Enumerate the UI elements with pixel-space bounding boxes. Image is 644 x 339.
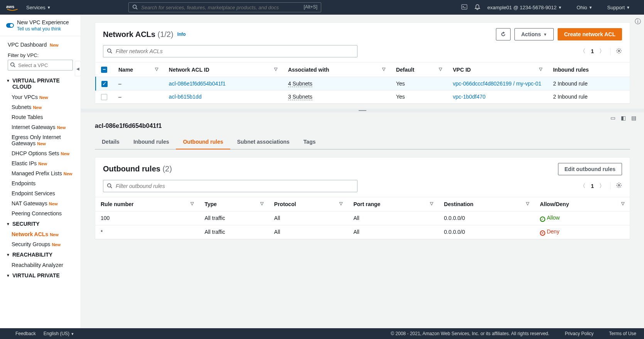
create-nacl-button[interactable]: Create network ACL xyxy=(558,28,622,40)
sidebar-item-vpc-dashboard[interactable]: VPC Dashboard New xyxy=(0,39,81,50)
sidebar-item-your-vpcs[interactable]: Your VPCsNew xyxy=(0,92,81,102)
sort-icon[interactable]: ▽ xyxy=(439,67,442,72)
cell-inbound: 2 Inbound rule xyxy=(548,90,630,103)
sidebar-collapse-handle[interactable]: ◀ xyxy=(75,61,81,76)
cell-verdict: Deny xyxy=(547,228,560,235)
sort-icon[interactable]: ▽ xyxy=(274,67,277,72)
actions-button[interactable]: Actions ▼ xyxy=(514,28,553,40)
refresh-button[interactable] xyxy=(496,28,511,40)
experience-title: New VPC Experience xyxy=(17,19,69,25)
sidebar-item-dhcp-options[interactable]: DHCP Options SetsNew xyxy=(0,148,81,158)
new-badge: New xyxy=(33,105,42,110)
cloudshell-icon[interactable] xyxy=(461,4,467,11)
caret-down-icon: ▼ xyxy=(6,222,10,226)
sidebar-item-elastic-ips[interactable]: Elastic IPsNew xyxy=(0,158,81,168)
view-mode-1-icon[interactable]: ▭ xyxy=(610,115,615,121)
sort-icon[interactable]: ▽ xyxy=(155,67,158,72)
sidebar-item-reachability-analyzer[interactable]: Reachability Analyzer xyxy=(0,260,81,270)
table-row[interactable]: ✓ – acl-086e1f6d654b041f1 4 Subnets Yes … xyxy=(96,77,630,90)
select-all-checkbox[interactable]: − xyxy=(101,67,107,73)
sidebar-item-subnets[interactable]: SubnetsNew xyxy=(0,102,81,112)
sort-icon[interactable]: ▽ xyxy=(526,201,529,206)
tab-details[interactable]: Details xyxy=(95,135,126,149)
caret-down-icon: ▼ xyxy=(543,32,547,37)
sidebar-item-egress-only-igw[interactable]: Egress Only Internet GatewaysNew xyxy=(0,132,81,148)
preferences-button[interactable] xyxy=(610,182,622,190)
cell-default: Yes xyxy=(391,90,447,103)
info-link[interactable]: Info xyxy=(177,32,186,37)
next-page-button[interactable]: 〉 xyxy=(599,183,605,190)
sidebar-item-managed-prefix-lists[interactable]: Managed Prefix ListsNew xyxy=(0,168,81,178)
edit-outbound-rules-button[interactable]: Edit outbound rules xyxy=(558,163,622,175)
sort-icon[interactable]: ▽ xyxy=(430,201,433,206)
resize-splitter[interactable] xyxy=(81,109,644,112)
row-checkbox[interactable] xyxy=(101,94,107,100)
filter-nacls-input[interactable] xyxy=(103,45,357,57)
prev-page-button[interactable]: 〈 xyxy=(580,48,585,55)
nacl-id-link[interactable]: acl-086e1f6d654b041f1 xyxy=(169,81,226,87)
sidebar-section-reachability[interactable]: ▼REACHABILITY xyxy=(0,249,81,260)
view-mode-2-icon[interactable]: ◧ xyxy=(621,115,626,121)
sidebar-section-security[interactable]: ▼SECURITY xyxy=(0,218,81,229)
preferences-button[interactable] xyxy=(610,48,622,55)
sidebar-item-peering[interactable]: Peering Connections xyxy=(0,208,81,218)
tab-tags[interactable]: Tags xyxy=(297,135,323,149)
table-row: 100 All traffic All All 0.0.0.0/0 ✓Allow xyxy=(95,211,630,225)
cell-destination: 0.0.0.0/0 xyxy=(438,211,534,225)
allow-icon: ✓ xyxy=(540,216,545,222)
sidebar-item-route-tables[interactable]: Route Tables xyxy=(0,112,81,122)
topnav-right: example01 @ 1234-5678-9012 ▼ Ohio ▼ Supp… xyxy=(461,4,638,11)
sidebar-item-network-acls[interactable]: Network ACLsNew xyxy=(0,229,81,239)
cell-assoc[interactable]: 3 Subnets xyxy=(288,94,312,100)
grip-icon xyxy=(359,110,366,111)
sort-icon[interactable]: ▽ xyxy=(539,67,542,72)
vpc-id-link[interactable]: vpc-066dcccf4d8026199 / my-vpc-01 xyxy=(453,81,541,87)
tab-inbound-rules[interactable]: Inbound rules xyxy=(126,135,176,149)
cell-destination: 0.0.0.0/0 xyxy=(438,225,534,239)
tab-subnet-associations[interactable]: Subnet associations xyxy=(230,135,297,149)
tab-outbound-rules[interactable]: Outbound rules xyxy=(176,135,230,149)
svg-point-4 xyxy=(11,63,14,66)
sort-icon[interactable]: ▽ xyxy=(382,67,385,72)
info-panel-icon[interactable]: ⓘ xyxy=(635,18,641,26)
nacl-id-link[interactable]: acl-b615b1dd xyxy=(169,94,202,100)
region-menu[interactable]: Ohio ▼ xyxy=(577,5,592,10)
new-badge: New xyxy=(64,171,72,176)
aws-logo[interactable]: aws xyxy=(6,3,19,11)
gear-icon xyxy=(616,182,622,188)
sort-icon[interactable]: ▽ xyxy=(191,201,194,206)
new-badge: New xyxy=(37,141,46,146)
sidebar-item-nat-gateways[interactable]: NAT GatewaysNew xyxy=(0,198,81,208)
prev-page-button[interactable]: 〈 xyxy=(580,183,585,190)
experience-toggle[interactable] xyxy=(6,23,14,28)
experience-toggle-bar: New VPC Experience Tell us what you thin… xyxy=(0,15,81,36)
row-checkbox[interactable]: ✓ xyxy=(101,81,108,87)
support-menu[interactable]: Support ▼ xyxy=(607,5,630,10)
sidebar-item-security-groups[interactable]: Security GroupsNew xyxy=(0,239,81,249)
sort-icon[interactable]: ▽ xyxy=(339,201,342,206)
sidebar-item-endpoint-services[interactable]: Endpoint Services xyxy=(0,188,81,198)
sidebar-item-label: VPC Dashboard xyxy=(8,42,47,48)
notifications-icon[interactable] xyxy=(474,4,480,11)
deny-icon: ✕ xyxy=(540,230,545,236)
sort-icon[interactable]: ▽ xyxy=(260,201,263,206)
svg-line-5 xyxy=(14,66,15,67)
services-menu[interactable]: Services ▼ xyxy=(26,5,51,10)
next-page-button[interactable]: 〉 xyxy=(599,48,605,55)
sidebar-section-vpn[interactable]: ▼VIRTUAL PRIVATE xyxy=(0,270,81,281)
vpc-id-link[interactable]: vpc-1b0df470 xyxy=(453,94,486,100)
account-menu[interactable]: example01 @ 1234-5678-9012 ▼ xyxy=(487,5,562,10)
page-number: 1 xyxy=(591,183,594,189)
experience-feedback-link[interactable]: Tell us what you think xyxy=(17,26,69,32)
sidebar-section-vpc[interactable]: ▼VIRTUAL PRIVATE CLOUD xyxy=(0,75,81,92)
view-mode-3-icon[interactable]: ▤ xyxy=(631,115,636,121)
search-input[interactable] xyxy=(128,2,321,12)
sidebar-item-internet-gateways[interactable]: Internet GatewaysNew xyxy=(0,122,81,132)
vpc-filter-input[interactable] xyxy=(8,60,73,70)
filter-outbound-rules-input[interactable] xyxy=(103,180,357,192)
sidebar-item-endpoints[interactable]: Endpoints xyxy=(0,178,81,188)
caret-down-icon: ▼ xyxy=(6,274,10,278)
cell-assoc[interactable]: 4 Subnets xyxy=(288,81,312,87)
table-row[interactable]: – acl-b615b1dd 3 Subnets Yes vpc-1b0df47… xyxy=(96,90,630,103)
sort-icon[interactable]: ▽ xyxy=(621,201,624,206)
